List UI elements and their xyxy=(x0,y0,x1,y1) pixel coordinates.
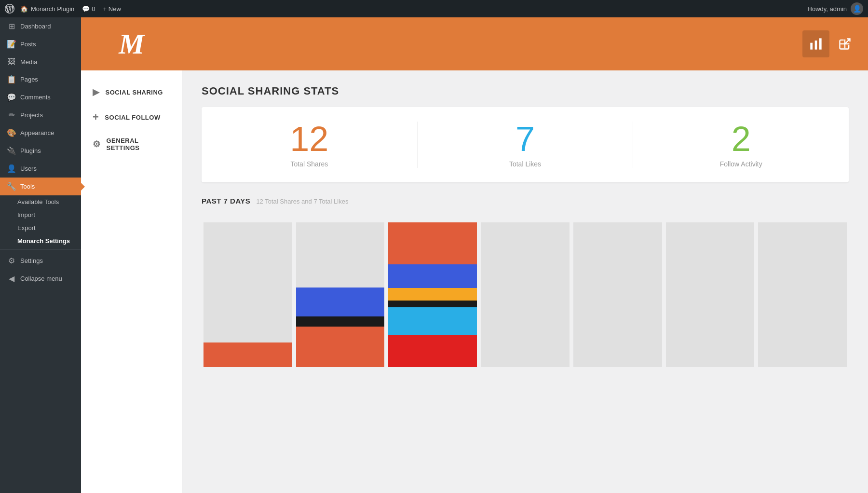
plugin-menu-social-sharing[interactable]: ▶ Social Sharing xyxy=(81,80,182,104)
total-likes-card: 7 Total Likes xyxy=(418,122,634,168)
sidebar-item-plugins[interactable]: 🔌 Plugins xyxy=(0,142,81,160)
settings-icon: ⚙ xyxy=(7,256,16,265)
svg-rect-0 xyxy=(810,43,813,50)
monarch-header: M xyxy=(81,17,868,70)
sidebar-item-tools[interactable]: 🔧 Tools xyxy=(0,178,81,195)
chart-bar-4[interactable] xyxy=(479,213,571,367)
chart-title: PAST 7 DAYS xyxy=(202,197,250,205)
sidebar-item-posts[interactable]: 📝 Posts xyxy=(0,35,81,53)
comments-link[interactable]: 💬 0 xyxy=(82,5,95,13)
monarch-logo: M xyxy=(81,17,182,70)
sidebar-item-users[interactable]: 👤 Users xyxy=(0,160,81,178)
sidebar-item-collapse[interactable]: ◀ Collapse menu xyxy=(0,270,81,288)
sidebar-item-projects[interactable]: ✏ Projects xyxy=(0,106,81,124)
social-sharing-icon: ▶ xyxy=(93,87,100,97)
submenu-export[interactable]: Export xyxy=(0,221,81,234)
chart-bar-5[interactable] xyxy=(571,213,664,367)
social-follow-icon: + xyxy=(93,111,99,123)
total-shares-label: Total Shares xyxy=(202,160,417,168)
plugin-menu-general-settings[interactable]: ⚙ General Settings xyxy=(81,130,182,158)
submenu-available-tools[interactable]: Available Tools xyxy=(0,195,81,208)
monarch-nav xyxy=(802,30,858,57)
avatar: 👤 xyxy=(851,2,863,15)
chart-bar-2[interactable] xyxy=(294,213,387,367)
users-icon: 👤 xyxy=(7,164,16,173)
new-content-link[interactable]: + New xyxy=(103,5,121,13)
media-icon: 🖼 xyxy=(7,57,16,66)
plugin-layout: ▶ Social Sharing + Social Follow ⚙ Gener… xyxy=(81,70,868,493)
submenu-monarch-settings[interactable]: Monarch Settings xyxy=(0,234,81,247)
total-likes-value: 7 xyxy=(418,122,633,156)
wp-logo[interactable] xyxy=(5,4,14,14)
sidebar-item-appearance[interactable]: 🎨 Appearance xyxy=(0,124,81,142)
sidebar-item-pages[interactable]: 📋 Pages xyxy=(0,70,81,88)
chart-bar-1[interactable] xyxy=(202,213,294,367)
chart-header: PAST 7 DAYS 12 Total Shares and 7 Total … xyxy=(202,197,849,205)
page-title: Social Sharing Stats xyxy=(202,85,849,97)
chart-area xyxy=(202,213,849,367)
chart-subtitle: 12 Total Shares and 7 Total Likes xyxy=(256,198,348,205)
stats-container: 12 Total Shares 7 Total Likes 2 Follow A… xyxy=(202,107,849,182)
appearance-icon: 🎨 xyxy=(7,128,16,137)
admin-sidebar: ⊞ Dashboard 📝 Posts 🖼 Media 📋 Pages 💬 Co… xyxy=(0,17,81,493)
dashboard-icon: ⊞ xyxy=(7,22,16,31)
plugin-menu-social-follow[interactable]: + Social Follow xyxy=(81,104,182,130)
follow-activity-label: Follow Activity xyxy=(633,160,849,168)
monarch-stats-btn[interactable] xyxy=(802,30,829,57)
follow-activity-card: 2 Follow Activity xyxy=(633,122,849,168)
menu-divider xyxy=(0,249,81,250)
chart-bar-7[interactable] xyxy=(756,213,849,367)
sidebar-item-comments[interactable]: 💬 Comments xyxy=(0,88,81,106)
total-shares-value: 12 xyxy=(202,122,417,156)
comment-bubble-icon: 💬 xyxy=(82,5,90,13)
svg-rect-2 xyxy=(819,38,822,49)
sidebar-item-media[interactable]: 🖼 Media xyxy=(0,53,81,70)
plugin-sidebar: ▶ Social Sharing + Social Follow ⚙ Gener… xyxy=(81,70,182,493)
main-content: M ▶ Social Sharing + Social F xyxy=(81,17,868,493)
site-name[interactable]: 🏠 Monarch Plugin xyxy=(20,5,74,13)
comments-icon: 💬 xyxy=(7,93,16,102)
user-info: Howdy, admin 👤 xyxy=(808,2,863,15)
collapse-icon: ◀ xyxy=(7,274,16,283)
posts-icon: 📝 xyxy=(7,40,16,49)
plugins-icon: 🔌 xyxy=(7,146,16,155)
chart-bar-6[interactable] xyxy=(664,213,757,367)
total-likes-label: Total Likes xyxy=(418,160,633,168)
submenu-import[interactable]: Import xyxy=(0,208,81,221)
total-shares-card: 12 Total Shares xyxy=(202,122,418,168)
pages-icon: 📋 xyxy=(7,75,16,84)
tools-icon: 🔧 xyxy=(7,182,16,191)
projects-icon: ✏ xyxy=(7,110,16,120)
sidebar-item-dashboard[interactable]: ⊞ Dashboard xyxy=(0,17,81,35)
follow-activity-value: 2 xyxy=(633,122,849,156)
sidebar-item-settings[interactable]: ⚙ Settings xyxy=(0,252,81,270)
svg-rect-1 xyxy=(815,41,817,50)
general-settings-icon: ⚙ xyxy=(93,139,101,150)
monarch-share-btn[interactable] xyxy=(831,30,858,57)
plugin-main-area: Social Sharing Stats 12 Total Shares 7 T… xyxy=(182,70,868,493)
chart-bar-3[interactable] xyxy=(386,213,479,367)
admin-bar: 🏠 Monarch Plugin 💬 0 + New Howdy, admin … xyxy=(0,0,868,17)
